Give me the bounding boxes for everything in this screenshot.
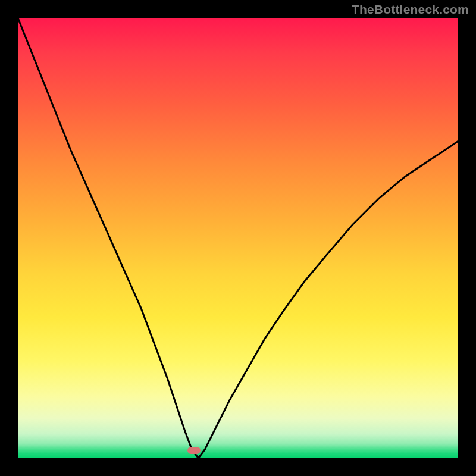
plot-area — [18, 18, 458, 458]
watermark-text: TheBottleneck.com — [352, 2, 469, 17]
optimal-marker — [187, 447, 201, 454]
bottleneck-curve — [18, 18, 458, 458]
outer-frame: TheBottleneck.com — [0, 0, 476, 476]
